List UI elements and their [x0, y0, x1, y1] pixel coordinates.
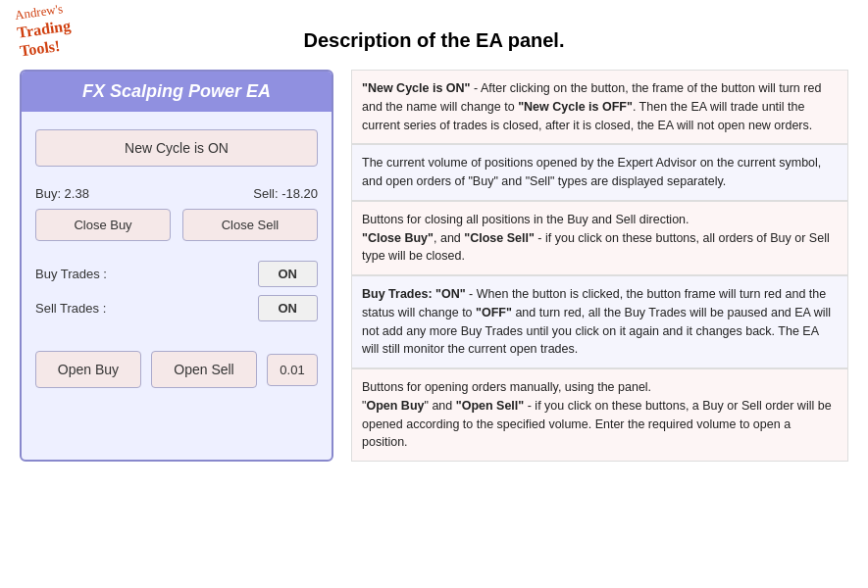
open-row: Open Buy Open Sell	[22, 345, 332, 388]
page-title: Description of the EA panel.	[20, 20, 848, 52]
new-cycle-off-label: "New Cycle is OFF"	[518, 100, 633, 114]
open-sell-button[interactable]: Open Sell	[151, 351, 257, 388]
trades-section: Buy Trades : ON Sell Trades : ON	[22, 255, 332, 335]
new-cycle-section: New Cycle is ON	[22, 123, 332, 182]
buy-trades-label: Buy Trades :	[35, 267, 124, 281]
volume-input[interactable]	[267, 354, 318, 386]
logo: Andrew's Trading Tools!	[14, 8, 68, 61]
ea-panel-header: FX Scalping Power EA	[22, 72, 332, 112]
description-panel: "New Cycle is ON" - After clicking on th…	[351, 70, 848, 462]
close-row: Close Buy Close Sell	[22, 205, 332, 245]
open-buy-label: Open Buy	[366, 399, 424, 413]
buy-volume: Buy: 2.38	[35, 186, 89, 201]
main-content: FX Scalping Power EA New Cycle is ON Buy…	[20, 70, 848, 462]
new-cycle-desc: "New Cycle is ON" - After clicking on th…	[351, 70, 848, 144]
buy-trades-toggle[interactable]: ON	[258, 261, 319, 287]
sell-trades-toggle[interactable]: ON	[258, 295, 319, 321]
sell-volume: Sell: -18.20	[253, 186, 318, 201]
sell-trades-label: Sell Trades :	[35, 301, 124, 316]
open-desc: Buttons for opening orders manually, usi…	[351, 368, 848, 462]
new-cycle-label: "New Cycle is ON"	[362, 81, 471, 95]
buy-trades-off-label: "OFF"	[476, 306, 512, 319]
buy-trades-on-label: Buy Trades: "ON"	[362, 287, 466, 301]
close-desc: Buttons for closing all positions in the…	[351, 201, 848, 275]
close-sell-label: "Close Sell"	[464, 231, 535, 245]
new-cycle-button[interactable]: New Cycle is ON	[35, 129, 318, 167]
close-buy-button[interactable]: Close Buy	[35, 209, 171, 241]
sell-trades-row: Sell Trades : ON	[35, 295, 318, 321]
page-container: Andrew's Trading Tools! Description of t…	[0, 0, 868, 588]
open-sell-label: "Open Sell"	[456, 399, 525, 413]
buy-trades-desc: Buy Trades: "ON" - When the button is cl…	[351, 275, 848, 368]
close-buy-label: "Close Buy"	[362, 231, 434, 245]
volume-desc: The current volume of positions opened b…	[351, 144, 848, 201]
ea-panel: FX Scalping Power EA New Cycle is ON Buy…	[20, 70, 333, 462]
volume-row: Buy: 2.38 Sell: -18.20	[22, 182, 332, 205]
buy-trades-row: Buy Trades : ON	[35, 261, 318, 287]
open-buy-button[interactable]: Open Buy	[35, 351, 141, 388]
close-sell-button[interactable]: Close Sell	[182, 209, 318, 241]
